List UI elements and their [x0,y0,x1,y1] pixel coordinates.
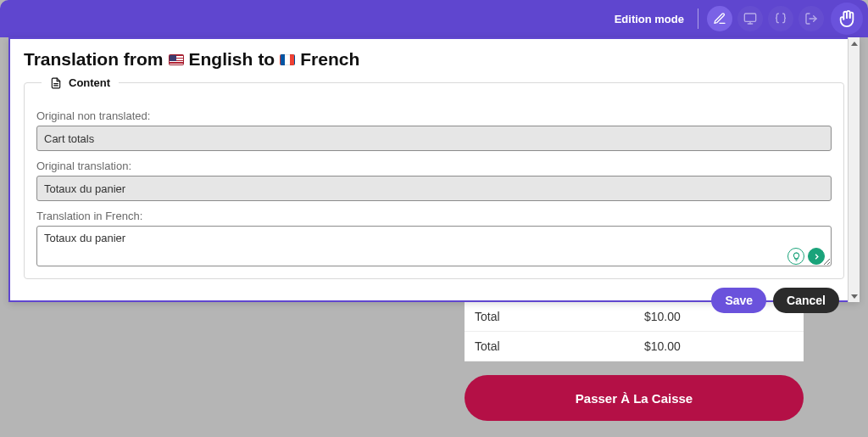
title-prefix: Translation from [24,49,164,70]
desktop-icon [743,12,757,25]
exit-button[interactable] [798,6,824,31]
svg-rect-0 [744,14,755,21]
label-translation-in-dst: Translation in French: [36,210,832,222]
pencil-icon [713,12,726,25]
modal-actions: Save Cancel [24,288,844,313]
content-fieldset: Content Original non translated: Origina… [24,76,844,279]
table-row: Total $10.00 [465,332,804,361]
us-flag-icon [169,54,184,65]
translation-modal: Translation from English to French Conte… [8,37,860,302]
content-legend: Content [42,76,119,89]
cancel-button[interactable]: Cancel [773,288,839,313]
chevron-up-icon [851,42,858,46]
arrow-right-icon [812,252,821,261]
source-language: English [189,49,253,70]
preview-mode-button[interactable] [737,6,763,31]
chevron-down-icon [851,294,858,299]
title-to: to [258,49,275,70]
apply-button[interactable] [808,248,825,265]
exit-icon [804,12,818,25]
modal-title: Translation from English to French [24,49,844,70]
edit-mode-button[interactable] [707,6,732,31]
label-original-translation: Original translation: [36,160,832,172]
scrollbar-up[interactable] [849,37,860,49]
scrollbar-down[interactable] [849,290,860,302]
hand-icon [837,9,856,28]
label-original-non-translated: Original non translated: [36,109,832,122]
row-label: Total [465,332,634,361]
brand-button[interactable] [831,3,863,35]
textarea-tools [787,248,825,265]
original-non-translated-input [36,126,832,151]
mode-label: Edition mode [615,13,684,25]
top-toolbar: Edition mode [0,0,868,37]
suggest-button[interactable] [787,248,804,265]
translation-textarea-wrap [36,226,832,270]
fr-flag-icon [280,54,295,65]
checkout-button[interactable]: Passer À La Caisse [465,375,804,421]
code-mode-button[interactable] [768,6,793,31]
translation-input[interactable] [36,226,832,266]
original-translation-input [36,176,832,201]
row-value: $10.00 [634,332,804,361]
content-legend-text: Content [69,76,110,89]
modal-vertical-scrollbar[interactable] [848,37,860,302]
document-icon [50,77,62,89]
underlying-cart-panel: Total $10.00 Total $10.00 Passer À La Ca… [465,302,804,421]
toolbar-separator [698,8,698,29]
code-braces-icon [774,12,787,25]
checkout-label: Passer À La Caisse [576,391,693,406]
lightbulb-icon [792,252,801,261]
save-button[interactable]: Save [711,288,766,313]
dest-language: French [300,49,359,70]
